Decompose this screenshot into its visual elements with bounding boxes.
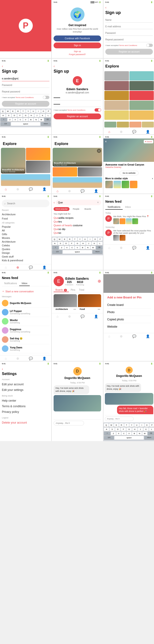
key-delete[interactable]: ⌫ bbox=[96, 246, 102, 250]
color-4[interactable] bbox=[129, 81, 154, 90]
facebook-button[interactable]: Continue with Facebook bbox=[54, 36, 101, 41]
nav-chat-icon[interactable]: 💬 bbox=[29, 187, 33, 191]
color-b3[interactable] bbox=[129, 122, 141, 128]
feed-thumb-y2[interactable] bbox=[120, 235, 125, 241]
nav-home-icon[interactable]: ⌂ bbox=[108, 246, 110, 250]
key-z[interactable]: Z bbox=[59, 246, 64, 250]
thumb-4[interactable] bbox=[130, 181, 137, 188]
tab-pins[interactable]: Pins bbox=[69, 288, 77, 292]
nav-profile-icon[interactable]: 👤 bbox=[42, 356, 46, 360]
key-w[interactable]: W bbox=[6, 110, 10, 113]
key-return[interactable]: return bbox=[92, 250, 102, 254]
key-i[interactable]: I bbox=[36, 110, 41, 113]
key-q[interactable]: Q bbox=[1, 110, 5, 113]
nav-search-icon[interactable]: ⊕ bbox=[120, 334, 123, 338]
key-i[interactable]: I bbox=[88, 238, 92, 241]
register-button[interactable]: Register an account bbox=[54, 114, 101, 119]
key-q[interactable]: Q bbox=[104, 423, 109, 427]
email-field[interactable] bbox=[105, 24, 153, 29]
nav-search-icon[interactable]: ⊕ bbox=[16, 266, 19, 269]
key-m[interactable]: M bbox=[39, 118, 44, 122]
query-input[interactable]: Que × bbox=[56, 200, 101, 205]
key-n[interactable]: N bbox=[85, 246, 90, 250]
thumb-2[interactable] bbox=[113, 181, 121, 188]
key-j[interactable]: J bbox=[34, 114, 40, 117]
cat-kids[interactable]: Kids & parenthood bbox=[2, 258, 49, 262]
key-v[interactable]: V bbox=[75, 246, 80, 250]
key-x[interactable]: X bbox=[116, 432, 121, 435]
color-5[interactable] bbox=[104, 91, 129, 100]
terms-toggle[interactable] bbox=[43, 96, 49, 99]
nav-chat-icon[interactable]: 💬 bbox=[132, 246, 136, 250]
small-card-1[interactable] bbox=[53, 167, 77, 176]
color-8[interactable] bbox=[129, 101, 154, 110]
key-o[interactable]: O bbox=[145, 423, 149, 427]
terms-toggle[interactable] bbox=[146, 44, 153, 47]
signup-link[interactable]: Sign up bbox=[54, 50, 101, 52]
tab-notifications[interactable]: Notifications bbox=[2, 281, 19, 286]
key-l[interactable]: L bbox=[149, 428, 154, 431]
tab-tried[interactable]: Tried bbox=[77, 288, 86, 292]
key-m[interactable]: M bbox=[142, 432, 147, 435]
nav-profile-icon[interactable]: 👤 bbox=[146, 334, 150, 338]
go-website-button[interactable]: Go to website bbox=[120, 171, 138, 175]
add-menu-backdrop[interactable] bbox=[103, 274, 154, 293]
main-card[interactable]: Beautiful Architecture by Aaron Marshall bbox=[1, 148, 26, 174]
key-f[interactable]: F bbox=[69, 242, 74, 245]
color-3[interactable] bbox=[104, 81, 129, 90]
color-b2[interactable] bbox=[117, 122, 129, 128]
tab-boards[interactable]: Boards bbox=[83, 207, 93, 211]
close-icon[interactable]: × bbox=[97, 149, 101, 153]
cat-popular[interactable]: Popular bbox=[2, 225, 49, 228]
nav-home-icon[interactable]: ⌂ bbox=[5, 266, 7, 269]
recent-item-1[interactable]: Architecture bbox=[2, 212, 49, 216]
key-y[interactable]: Y bbox=[78, 238, 82, 241]
key-e[interactable]: E bbox=[114, 423, 119, 427]
key-shift[interactable]: ⇧ bbox=[1, 118, 7, 122]
key-w[interactable]: W bbox=[57, 238, 62, 241]
color-6[interactable] bbox=[129, 91, 154, 100]
key-k[interactable]: K bbox=[92, 242, 97, 245]
key-k[interactable]: K bbox=[143, 428, 149, 431]
add-website[interactable]: Website bbox=[107, 323, 151, 330]
bottom-card[interactable] bbox=[1, 174, 50, 186]
key-z[interactable]: Z bbox=[111, 432, 116, 435]
key-p[interactable]: P bbox=[149, 423, 154, 427]
nav-chat-icon[interactable]: 💬 bbox=[132, 334, 136, 338]
nav-home-icon[interactable]: ⌂ bbox=[108, 130, 110, 134]
chat-input[interactable] bbox=[105, 416, 134, 421]
color-7[interactable] bbox=[104, 101, 129, 110]
key-z[interactable]: Z bbox=[8, 118, 12, 122]
nav-search-icon[interactable]: ⊕ bbox=[120, 130, 123, 134]
key-w[interactable]: W bbox=[109, 423, 114, 427]
board-food-dots[interactable]: ••• bbox=[98, 308, 100, 310]
key-u[interactable]: U bbox=[31, 110, 36, 113]
delete-account[interactable]: Delete your account bbox=[2, 420, 49, 426]
cat-all[interactable]: All bbox=[2, 228, 49, 232]
board-architecture[interactable]: Architecture ••• bbox=[54, 294, 77, 311]
terms-link[interactable]: Terms and Conditions bbox=[16, 96, 34, 98]
key-space[interactable]: space bbox=[63, 250, 92, 254]
nav-profile-icon[interactable]: 👤 bbox=[94, 189, 98, 193]
back-arrow[interactable]: ‹ bbox=[2, 367, 49, 371]
key-o[interactable]: O bbox=[93, 238, 98, 241]
key-u[interactable]: U bbox=[134, 423, 139, 427]
key-g[interactable]: G bbox=[126, 428, 131, 431]
terms-conditions[interactable]: Terms & conditions bbox=[2, 404, 49, 409]
key-k[interactable]: K bbox=[40, 114, 45, 117]
key-a[interactable]: A bbox=[104, 428, 109, 431]
feed-thumb-3[interactable] bbox=[126, 218, 132, 224]
cat-quotes[interactable]: Quotes bbox=[2, 247, 49, 251]
edit-account[interactable]: Edit your account bbox=[2, 382, 49, 387]
key-f[interactable]: F bbox=[17, 114, 23, 117]
repeat-password-field[interactable] bbox=[54, 102, 101, 107]
key-l[interactable]: L bbox=[46, 114, 51, 117]
nav-search-icon[interactable]: ⊕ bbox=[68, 189, 71, 193]
key-h[interactable]: H bbox=[132, 428, 137, 431]
cat-architecture[interactable]: Architecture bbox=[2, 240, 49, 244]
nav-chat-icon[interactable]: 💬 bbox=[29, 266, 33, 269]
nav-profile-icon[interactable]: 👤 bbox=[42, 266, 46, 269]
key-d[interactable]: D bbox=[12, 114, 17, 117]
color-10[interactable] bbox=[129, 110, 154, 120]
thumb-1[interactable] bbox=[105, 181, 113, 188]
